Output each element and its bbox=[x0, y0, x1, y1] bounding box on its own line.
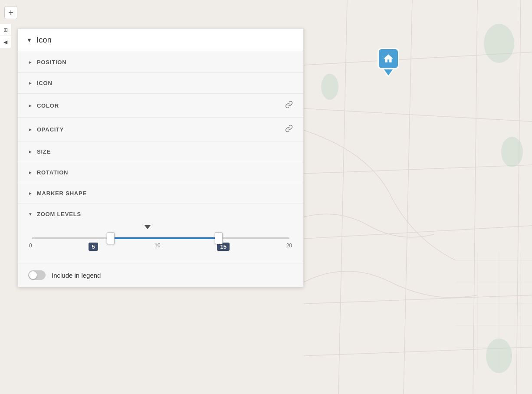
opacity-arrow: ► bbox=[28, 127, 33, 132]
map-marker[interactable] bbox=[378, 48, 399, 69]
color-arrow: ► bbox=[28, 103, 33, 108]
slider-tooltip-arrow bbox=[144, 225, 151, 229]
rotation-section-left: ► ROTATION bbox=[28, 169, 68, 176]
opacity-label: OPACITY bbox=[37, 126, 64, 133]
slider-track[interactable] bbox=[32, 237, 289, 239]
tick-0: 0 bbox=[29, 243, 32, 251]
map-side-controls: ⊞ ◀ bbox=[0, 24, 11, 48]
tick-20: 20 bbox=[286, 243, 292, 251]
opacity-link-icon-svg bbox=[285, 125, 293, 132]
slider-ticks: 0 5 10 15 20 bbox=[28, 243, 293, 251]
tick-5: 5 bbox=[89, 243, 98, 251]
panel-header[interactable]: ▼ Icon bbox=[18, 29, 303, 52]
svg-point-12 bbox=[484, 24, 514, 63]
marker-shape-section-left: ► MARKER SHAPE bbox=[28, 190, 87, 197]
size-section[interactable]: ► SIZE bbox=[18, 141, 303, 162]
icon-label: ICON bbox=[37, 80, 53, 86]
slider-handle-min[interactable] bbox=[107, 232, 115, 244]
zoom-levels-section: ▼ ZOOM LEVELS 0 5 10 bbox=[18, 204, 303, 263]
size-label: SIZE bbox=[37, 148, 51, 155]
arrow-left-icon: ◀ bbox=[3, 39, 7, 45]
slider-handle-max[interactable] bbox=[215, 232, 223, 244]
tick-10: 10 bbox=[154, 243, 160, 251]
tick-value-5: 5 bbox=[89, 243, 98, 251]
opacity-link-icon[interactable] bbox=[285, 125, 293, 134]
opacity-section[interactable]: ► OPACITY bbox=[18, 118, 303, 141]
slider-track-fill bbox=[111, 237, 218, 239]
include-in-legend-label: Include in legend bbox=[52, 272, 101, 279]
position-section-left: ► POSITION bbox=[28, 59, 66, 66]
zoom-levels-arrow: ▼ bbox=[28, 212, 33, 217]
rotation-label: ROTATION bbox=[37, 169, 68, 176]
icon-arrow: ► bbox=[28, 81, 33, 85]
marker-shape-arrow: ► bbox=[28, 191, 33, 196]
map-zoom-in-button[interactable]: + bbox=[4, 6, 17, 19]
icon-section[interactable]: ► ICON bbox=[18, 73, 303, 94]
marker-shape-section[interactable]: ► MARKER SHAPE bbox=[18, 183, 303, 204]
marker-shape-label: MARKER SHAPE bbox=[37, 190, 87, 197]
include-in-legend-toggle[interactable] bbox=[28, 270, 46, 280]
rotation-section[interactable]: ► ROTATION bbox=[18, 162, 303, 183]
color-label: COLOR bbox=[37, 102, 59, 109]
color-section[interactable]: ► COLOR bbox=[18, 94, 303, 118]
color-section-left: ► COLOR bbox=[28, 102, 59, 109]
toggle-knob bbox=[29, 271, 37, 279]
position-section[interactable]: ► POSITION bbox=[18, 52, 303, 73]
position-arrow: ► bbox=[28, 60, 33, 65]
panel-title: Icon bbox=[36, 36, 52, 45]
zoom-slider-container: 0 5 10 15 20 bbox=[28, 225, 293, 254]
home-icon bbox=[383, 53, 394, 64]
color-link-icon[interactable] bbox=[285, 101, 293, 110]
size-section-left: ► SIZE bbox=[28, 148, 51, 155]
panel-collapse-arrow: ▼ bbox=[26, 37, 32, 43]
icon-section-left: ► ICON bbox=[28, 80, 53, 86]
map-arrow-button[interactable]: ◀ bbox=[0, 36, 11, 48]
rotation-arrow: ► bbox=[28, 170, 33, 175]
map-layers-button[interactable]: ⊞ bbox=[0, 24, 11, 36]
zoom-levels-header[interactable]: ▼ ZOOM LEVELS bbox=[28, 211, 293, 217]
include-in-legend-row: Include in legend bbox=[18, 263, 303, 287]
opacity-section-left: ► OPACITY bbox=[28, 126, 64, 133]
icon-settings-panel: ▼ Icon ► POSITION ► ICON ► COLOR ► bbox=[17, 28, 304, 287]
zoom-levels-label: ZOOM LEVELS bbox=[37, 211, 81, 217]
size-arrow: ► bbox=[28, 149, 33, 154]
svg-point-13 bbox=[501, 137, 523, 167]
plus-icon: + bbox=[8, 8, 13, 18]
link-icon-svg bbox=[285, 101, 293, 108]
layers-icon: ⊞ bbox=[3, 27, 8, 33]
position-label: POSITION bbox=[37, 59, 67, 66]
svg-point-11 bbox=[321, 74, 338, 100]
